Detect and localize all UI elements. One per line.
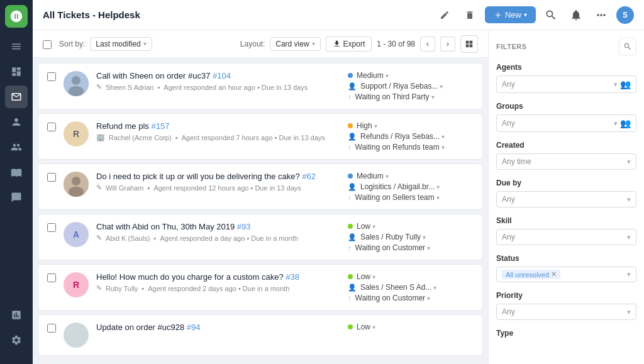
delete-icon-btn[interactable] xyxy=(460,5,480,25)
user-avatar[interactable]: S xyxy=(616,6,634,24)
ticket-title: Hello! How much do you charge for a cust… xyxy=(96,272,340,282)
teams-icon[interactable] xyxy=(5,136,28,158)
groups-label: Groups xyxy=(496,102,636,111)
tickets-icon[interactable] xyxy=(5,85,28,108)
ticket-checkbox[interactable] xyxy=(47,273,56,282)
sub-header: Sort by: Last modified ▾ Layout: Card vi… xyxy=(33,30,488,58)
priority-label: Priority xyxy=(496,291,636,300)
chevron-down-icon: ▾ xyxy=(627,270,631,279)
grid-view-button[interactable] xyxy=(460,35,478,53)
chevron-down-icon: ▾ xyxy=(627,308,631,316)
ticket-meta: ✎ Abid K (Sauls) • Agent responded a day… xyxy=(96,234,340,242)
filter-header: FILTERS xyxy=(496,38,636,55)
groups-dropdown[interactable]: Any ▾ 👥 xyxy=(496,114,636,132)
app-logo[interactable] xyxy=(5,5,28,28)
category-tag: 👤 Logisitics / Abigail.br... ▾ xyxy=(348,182,440,191)
priority-dot xyxy=(348,224,353,229)
layout-dropdown[interactable]: Card view ▾ xyxy=(270,37,320,51)
priority-tag: High ▾ xyxy=(348,121,377,130)
ticket-checkbox[interactable] xyxy=(47,324,56,333)
agents-label: Agents xyxy=(496,63,636,72)
status-chip-close[interactable]: ✕ xyxy=(551,270,557,279)
ticket-checkbox[interactable] xyxy=(47,223,56,232)
dashboard-icon[interactable] xyxy=(5,60,28,83)
table-row[interactable]: Update on order #uc928 #94 Low ▾ xyxy=(38,314,483,356)
edit-icon-btn[interactable] xyxy=(435,5,455,25)
status-label: Status xyxy=(496,254,636,263)
content-area: Sort by: Last modified ▾ Layout: Card vi… xyxy=(33,30,644,364)
filter-title: FILTERS xyxy=(496,43,527,50)
created-dropdown[interactable]: Any time ▾ xyxy=(496,153,636,170)
settings-icon[interactable] xyxy=(5,329,28,351)
sort-dropdown[interactable]: Last modified ▾ xyxy=(90,37,152,51)
chevron-down-icon: ▾ xyxy=(627,233,631,241)
priority-dropdown[interactable]: Any ▾ xyxy=(496,304,636,320)
priority-tag: Low ▾ xyxy=(348,272,375,281)
table-row[interactable]: Call with Sheen on order #uc37 #104 ✎ Sh… xyxy=(38,63,483,109)
prev-page-button[interactable]: ‹ xyxy=(420,36,435,52)
skill-dropdown[interactable]: Any ▾ xyxy=(496,229,636,245)
avatar: R xyxy=(64,121,89,146)
knowledge-icon[interactable] xyxy=(5,161,28,184)
category-tag: 👤 Support / Riya Sebas... ▾ xyxy=(348,82,443,91)
tickets-list: Call with Sheen on order #uc37 #104 ✎ Sh… xyxy=(33,58,488,364)
new-button[interactable]: New ▾ xyxy=(485,6,536,23)
sort-by-label: Sort by: xyxy=(59,40,85,48)
layout-label: Layout: xyxy=(240,40,265,48)
category-tag: 👤 Refunds / Riya Sebas... ▾ xyxy=(348,132,445,141)
priority-dot xyxy=(348,324,353,329)
avatar: R xyxy=(64,272,89,297)
ticket-meta: ✎ Ruby Tully • Agent responded 2 days ag… xyxy=(96,284,340,292)
skill-label: Skill xyxy=(496,216,636,225)
status-dropdown[interactable]: All unresolved ✕ ▾ xyxy=(496,267,636,282)
chat-icon[interactable] xyxy=(5,186,28,209)
notifications-icon-btn[interactable] xyxy=(566,5,586,25)
ticket-checkbox[interactable] xyxy=(47,173,56,182)
apps-icon-btn[interactable] xyxy=(591,5,611,25)
ticket-info: Update on order #uc928 #94 xyxy=(96,323,340,334)
priority-dot xyxy=(348,274,353,279)
filter-search-button[interactable] xyxy=(619,38,636,55)
agents-dropdown[interactable]: Any ▾ 👥 xyxy=(496,75,636,93)
export-button[interactable]: Export xyxy=(326,36,372,52)
select-all-checkbox[interactable] xyxy=(43,40,52,49)
created-label: Created xyxy=(496,141,636,150)
ticket-tags: Low ▾ 👤 Sales / Sheen S Ad... ▾ ↑ Waitin… xyxy=(348,272,474,302)
pagination: 1 - 30 of 98 xyxy=(377,40,415,48)
contacts-icon[interactable] xyxy=(5,111,28,133)
table-row[interactable]: A Chat with Abid on Thu, 30th May 2019 #… xyxy=(38,214,483,260)
ticket-info: Chat with Abid on Thu, 30th May 2019 #93… xyxy=(96,222,340,242)
chevron-down-icon: ▾ xyxy=(614,119,618,128)
ticket-title: Update on order #uc928 #94 xyxy=(96,323,340,332)
category-tag: 👤 Sales / Sheen S Ad... ▾ xyxy=(348,283,436,292)
groups-filter: Groups Any ▾ 👥 xyxy=(496,102,636,132)
ticket-title: Call with Sheen on order #uc37 #104 xyxy=(96,71,340,80)
type-label: Type xyxy=(496,329,636,338)
next-page-button[interactable]: › xyxy=(440,36,455,52)
avatar xyxy=(64,71,89,96)
ticket-info: Hello! How much do you charge for a cust… xyxy=(96,272,340,292)
status-tag: ↑ Waiting on Third Party ▾ xyxy=(348,92,435,101)
ticket-meta: ✎ Will Graham • Agent responded 12 hours… xyxy=(96,184,340,192)
priority-dot xyxy=(348,73,353,78)
ticket-checkbox[interactable] xyxy=(47,72,56,81)
ticket-checkbox[interactable] xyxy=(47,123,56,131)
table-row[interactable]: R Refund me pls #157 🏢 Rachel (Acme Corp… xyxy=(38,113,483,160)
table-row[interactable]: R Hello! How much do you charge for a cu… xyxy=(38,264,483,311)
chevron-down-icon: ▾ xyxy=(627,196,631,204)
priority-tag: Low ▾ xyxy=(348,323,375,331)
ticket-list-area: Sort by: Last modified ▾ Layout: Card vi… xyxy=(33,30,488,364)
sidebar xyxy=(0,0,33,364)
ticket-meta: 🏢 Rachel (Acme Corp) • Agent responded 7… xyxy=(96,133,340,141)
svg-point-2 xyxy=(69,86,84,96)
chevron-down-icon: ▾ xyxy=(627,158,631,166)
skill-filter: Skill Any ▾ xyxy=(496,216,636,245)
due-dropdown[interactable]: Any ▾ xyxy=(496,191,636,207)
reports-icon[interactable] xyxy=(5,304,28,326)
search-icon-btn[interactable] xyxy=(541,5,561,25)
table-row[interactable]: Do i need to pick it up or will you be d… xyxy=(38,163,483,210)
status-tag: ↑ Waiting on Customer ▾ xyxy=(348,243,430,252)
avatar xyxy=(64,172,89,197)
agents-extra-icon: 👥 xyxy=(620,79,631,89)
hamburger-menu-icon[interactable] xyxy=(5,35,28,58)
